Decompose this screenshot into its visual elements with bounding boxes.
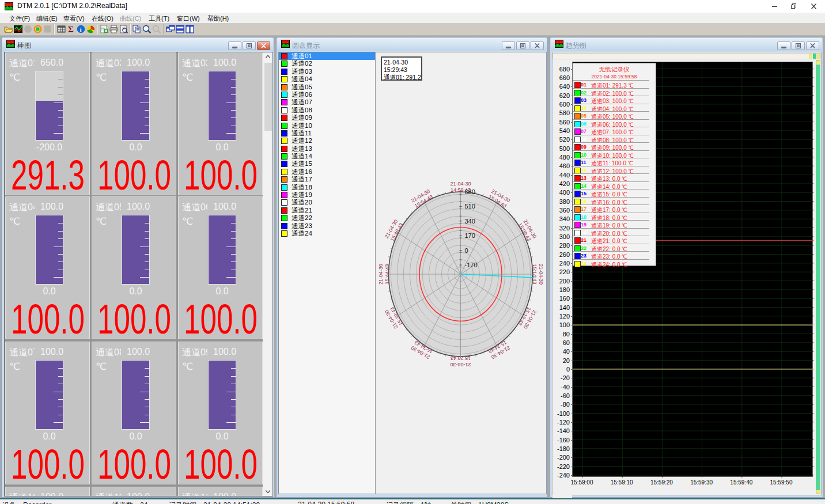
svg-text:21-04-30: 21-04-30 xyxy=(450,362,471,367)
svg-text:170: 170 xyxy=(465,232,475,239)
svg-text:340: 340 xyxy=(465,218,475,225)
svg-text:510: 510 xyxy=(465,203,475,210)
svg-text:15:14:43: 15:14:43 xyxy=(532,264,538,284)
svg-text:i: i xyxy=(80,26,82,33)
svg-text:680: 680 xyxy=(465,188,475,195)
svg-text:Σ: Σ xyxy=(68,25,74,34)
svg-text:15:29:43: 15:29:43 xyxy=(451,355,471,361)
svg-text:-170: -170 xyxy=(465,262,478,268)
svg-text:21-04-30: 21-04-30 xyxy=(378,264,384,285)
svg-text:0: 0 xyxy=(465,247,468,254)
svg-text:15:44:43: 15:44:43 xyxy=(384,264,390,284)
svg-text:21-04-30: 21-04-30 xyxy=(538,264,544,285)
svg-text:21-04-30: 21-04-30 xyxy=(450,181,471,187)
